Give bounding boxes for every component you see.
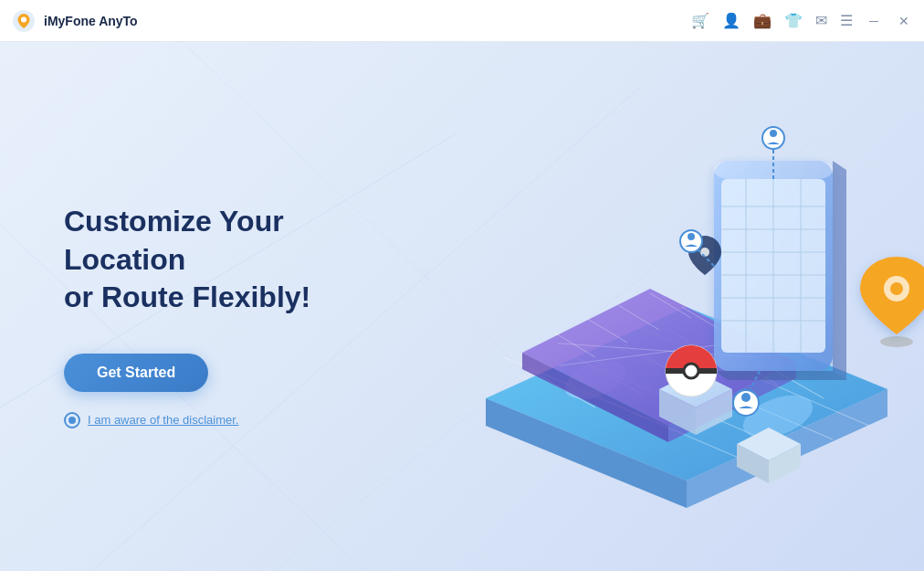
svg-marker-34 — [833, 161, 846, 380]
title-left: iMyFone AnyTo — [11, 8, 138, 34]
left-content: Customize Your Location or Route Flexibl… — [0, 185, 411, 428]
title-bar: iMyFone AnyTo 🛒 👤 💼 👕 ✉ ☰ ─ ✕ — [0, 0, 924, 42]
disclaimer-link[interactable]: I am aware of the disclaimer. — [88, 413, 238, 427]
svg-point-52 — [688, 367, 695, 375]
svg-point-55 — [880, 336, 913, 347]
headline-text: Customize Your Location or Route Flexibl… — [64, 205, 310, 313]
get-started-button[interactable]: Get Started — [64, 354, 208, 392]
disclaimer-radio[interactable] — [64, 412, 80, 428]
svg-point-1 — [21, 16, 26, 22]
svg-point-56 — [700, 248, 709, 257]
disclaimer-row: I am aware of the disclaimer. — [64, 412, 411, 428]
menu-icon[interactable]: ☰ — [840, 12, 853, 29]
app-name: iMyFone AnyTo — [44, 14, 138, 28]
app-logo-icon — [11, 8, 37, 34]
main-content: Customize Your Location or Route Flexibl… — [0, 42, 924, 571]
radio-inner — [68, 417, 76, 424]
minimize-button[interactable]: ─ — [866, 12, 882, 30]
svg-point-62 — [688, 233, 695, 240]
shirt-icon[interactable]: 👕 — [784, 12, 803, 29]
svg-marker-35 — [714, 371, 846, 380]
mail-icon[interactable]: ✉ — [815, 12, 827, 29]
user-icon[interactable]: 👤 — [722, 12, 740, 29]
svg-point-54 — [890, 282, 903, 295]
headline: Customize Your Location or Route Flexibl… — [64, 203, 411, 317]
close-button[interactable]: ✕ — [895, 12, 913, 30]
title-right: 🛒 👤 💼 👕 ✉ ☰ ─ ✕ — [691, 12, 913, 30]
illustration-svg — [413, 88, 924, 526]
briefcase-icon[interactable]: 💼 — [753, 12, 772, 29]
svg-point-65 — [741, 393, 751, 402]
illustration — [413, 88, 924, 526]
cart-icon[interactable]: 🛒 — [691, 12, 709, 29]
svg-point-59 — [770, 130, 777, 137]
